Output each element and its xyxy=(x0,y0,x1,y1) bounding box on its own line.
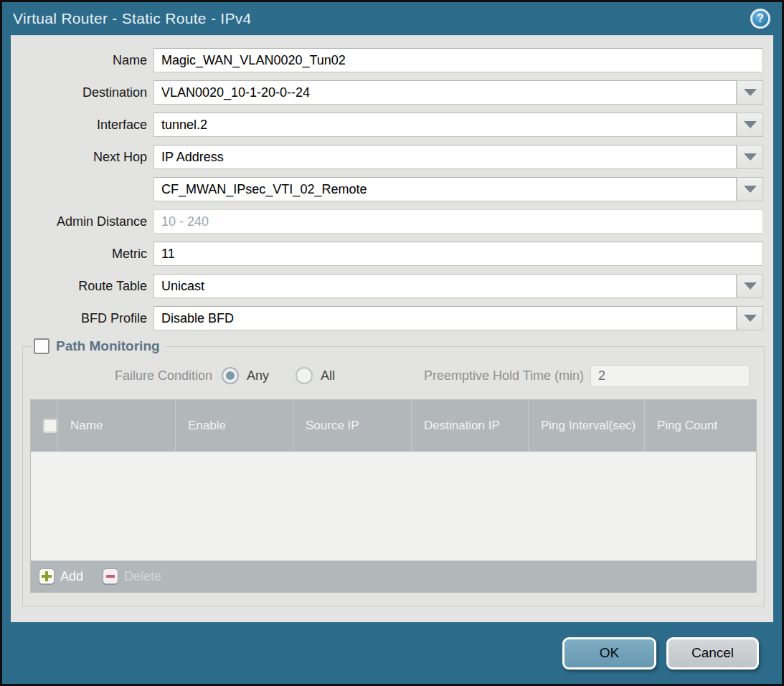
next-hop-address-dropdown-button[interactable] xyxy=(737,177,763,201)
interface-label: Interface xyxy=(11,118,154,133)
bfd-profile-dropdown-button[interactable] xyxy=(737,306,763,330)
chevron-down-icon xyxy=(744,282,757,290)
bfd-profile-input[interactable] xyxy=(154,306,737,330)
header-cell-ping-count[interactable]: Ping Count xyxy=(644,400,756,452)
name-label: Name xyxy=(11,53,154,68)
header-cell-enable[interactable]: Enable xyxy=(175,400,293,452)
form-row-next-hop-address xyxy=(11,177,763,201)
header-cell-name[interactable]: Name xyxy=(57,400,175,452)
path-monitoring-title: Path Monitoring xyxy=(56,338,160,354)
ok-button[interactable]: OK xyxy=(562,637,656,670)
destination-input[interactable] xyxy=(154,80,737,105)
static-route-dialog: Virtual Router - Static Route - IPv4 ? N… xyxy=(0,0,784,686)
next-hop-type-input[interactable] xyxy=(154,145,737,169)
chevron-down-icon xyxy=(744,153,757,161)
select-all-checkbox[interactable] xyxy=(43,419,57,433)
add-button[interactable]: Add xyxy=(39,568,83,584)
dialog-content: Name Destination Interface xyxy=(11,35,773,622)
form-row-admin-distance: Admin Distance xyxy=(11,209,763,234)
help-glyph: ? xyxy=(757,12,764,25)
dialog-title: Virtual Router - Static Route - IPv4 xyxy=(13,10,252,27)
route-table-label: Route Table xyxy=(11,279,154,294)
failure-condition-any-radio[interactable] xyxy=(222,367,239,384)
dialog-footer: OK Cancel xyxy=(2,622,782,684)
metric-label: Metric xyxy=(11,247,154,262)
add-label: Add xyxy=(60,569,83,584)
header-cell-ping-interval[interactable]: Ping Interval(sec) xyxy=(528,400,644,452)
title-bar: Virtual Router - Static Route - IPv4 ? xyxy=(2,2,782,35)
failure-condition-any-label: Any xyxy=(247,368,269,384)
form-row-next-hop: Next Hop xyxy=(11,145,763,169)
failure-condition-all-label: All xyxy=(321,368,335,384)
delete-button[interactable]: Delete xyxy=(103,568,161,584)
chevron-down-icon xyxy=(744,315,757,322)
route-table-dropdown-button[interactable] xyxy=(737,274,763,298)
form-row-route-table: Route Table xyxy=(11,274,763,298)
header-cell-select xyxy=(31,400,57,452)
bfd-profile-label: BFD Profile xyxy=(11,311,154,326)
chevron-down-icon xyxy=(744,89,757,96)
table-header: Name Enable Source IP Destination IP Pin… xyxy=(31,400,756,452)
path-monitoring-table: Name Enable Source IP Destination IP Pin… xyxy=(30,399,757,593)
header-cell-source-ip[interactable]: Source IP xyxy=(293,400,411,452)
form-row-destination: Destination xyxy=(11,80,763,105)
form-row-bfd-profile: BFD Profile xyxy=(11,306,763,330)
header-cell-destination-ip[interactable]: Destination IP xyxy=(411,400,528,452)
name-input[interactable] xyxy=(154,48,763,72)
next-hop-type-dropdown-button[interactable] xyxy=(737,145,763,169)
interface-input[interactable] xyxy=(154,113,737,137)
preemptive-hold-time-label: Preemptive Hold Time (min) xyxy=(424,368,584,384)
admin-distance-label: Admin Distance xyxy=(11,214,154,229)
table-body-empty xyxy=(31,452,756,561)
help-icon[interactable]: ? xyxy=(750,9,770,29)
table-toolbar: Add Delete xyxy=(31,561,756,592)
admin-distance-input[interactable] xyxy=(154,209,763,234)
destination-label: Destination xyxy=(11,85,154,100)
chevron-down-icon xyxy=(744,186,757,193)
form-row-interface: Interface xyxy=(11,113,763,137)
route-table-input[interactable] xyxy=(154,274,737,298)
next-hop-address-input[interactable] xyxy=(154,177,737,201)
delete-label: Delete xyxy=(124,569,161,584)
failure-condition-row: Failure Condition Any All Preemptive Hol… xyxy=(30,363,750,389)
delete-icon xyxy=(103,568,118,584)
preemptive-hold-time-input[interactable] xyxy=(590,365,750,387)
form-row-name: Name xyxy=(11,48,763,72)
failure-condition-all-radio[interactable] xyxy=(296,367,313,384)
failure-condition-label: Failure Condition xyxy=(115,368,212,384)
cancel-button[interactable]: Cancel xyxy=(666,637,759,670)
next-hop-label: Next Hop xyxy=(11,150,154,165)
chevron-down-icon xyxy=(744,121,757,128)
path-monitoring-checkbox[interactable] xyxy=(34,338,49,354)
interface-dropdown-button[interactable] xyxy=(737,113,763,137)
form-row-metric: Metric xyxy=(11,242,763,266)
metric-input[interactable] xyxy=(154,242,763,266)
destination-dropdown-button[interactable] xyxy=(737,80,763,105)
path-monitoring-section: Path Monitoring Failure Condition Any Al… xyxy=(22,338,765,606)
path-monitoring-legend: Path Monitoring xyxy=(32,338,166,354)
add-icon xyxy=(39,568,55,584)
